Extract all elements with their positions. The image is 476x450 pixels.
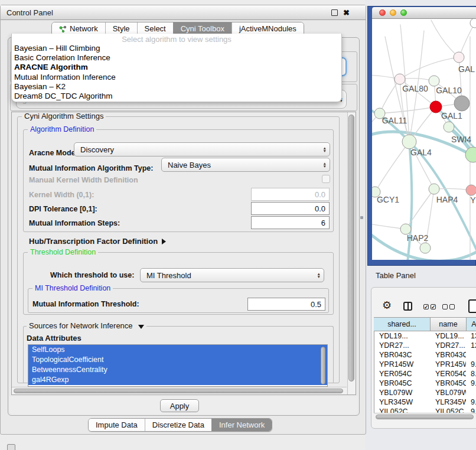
algorithm-option[interactable]: Basic Correlation Inference [12,53,341,63]
mi-threshold-field[interactable]: 0.5 [247,298,325,311]
document-icon[interactable] [468,299,476,313]
mac-minimize-button[interactable] [390,9,396,16]
network-graph: GALGAL80GAL10GAL1GAL11SWI4GAL4GCY1HAP4YH… [372,19,476,260]
algorithm-option[interactable]: Dream8 DC_TDC Algorithm [12,92,341,101]
mac-zoom-button[interactable] [400,9,407,16]
split-columns-icon[interactable] [403,302,412,311]
table-row[interactable]: YDR27...YDR27...12 [374,341,476,350]
network-edge[interactable] [380,79,400,113]
select-all-check-icon-2[interactable]: ✓ [431,304,436,309]
attributes-scrollbar-thumb[interactable] [321,347,325,384]
mac-close-button[interactable] [379,9,386,16]
mi-steps-field[interactable]: 6 [251,216,330,229]
hub-definition-section[interactable]: Hub/Transcription Factor Definition [29,236,166,246]
data-attributes-label: Data Attributes [27,334,81,343]
network-node-label: HAP2 [407,233,429,243]
data-attribute-item[interactable]: BetweennessCentrality [28,365,327,375]
table-row[interactable]: YER054CYER054C8. [374,369,476,379]
data-attributes-list[interactable]: SelfLoopsTopologicalCoefficientBetweenne… [28,344,328,387]
table-row[interactable]: YBR045CYBR045C9. [374,379,476,388]
network-node-hap4[interactable] [429,184,439,194]
panel-grip-icon[interactable] [7,444,15,450]
deselect-all-icon-2[interactable] [449,304,455,309]
manual-kernel-width-checkbox[interactable] [322,175,330,183]
float-window-icon[interactable] [331,9,338,16]
which-threshold-combo[interactable]: MI Threshold ▲▼ [140,268,324,282]
table-row[interactable]: YDL19...YDL19...13 [374,331,476,341]
dpi-tolerance-field[interactable]: 0.0 [251,202,330,215]
tab-impute-data[interactable]: Impute Data [89,419,145,431]
table-row[interactable]: YPR145WYPR145W9. [374,360,476,369]
table-cell: 8. [466,369,476,379]
stepper-icon: ▲▼ [317,273,321,278]
network-node[interactable] [420,243,431,253]
network-node-label: GAL11 [382,116,407,125]
table-cell: YBL079W [374,388,431,397]
algorithm-option[interactable]: ARACNE Algorithm [12,63,341,72]
table-row[interactable]: YBL079WYBL079W [374,388,476,397]
network-node-gal1[interactable] [430,101,442,113]
column-header-name[interactable]: name [431,317,467,331]
tab-label: Impute Data [96,419,138,432]
table-row[interactable]: YLR345WYLR345W9. [374,397,476,407]
network-edge[interactable] [459,23,475,57]
network-node-gal[interactable] [454,52,464,63]
select-all-check-icon[interactable]: ✓ [423,304,429,309]
sources-title-row[interactable]: Sources for Network Inference [27,322,146,330]
algorithm-option[interactable]: Mutual Information Inference [12,73,341,82]
column-header-a[interactable]: A [467,317,476,331]
network-node-swi4[interactable] [444,122,454,132]
aracne-mode-combo[interactable]: Discovery ▲▼ [74,142,330,156]
settings-vertical-scrollbar-thumb[interactable] [348,115,354,381]
table-row[interactable]: YIL052CYIL052C9 [374,407,476,413]
dpi-tolerance-label: DPI Tolerance [0,1]: [29,203,97,216]
network-edge[interactable] [406,189,434,229]
table-row[interactable]: YBR043CYBR043C [374,350,476,360]
settings-horizontal-scrollbar[interactable] [12,387,347,394]
table-cell: YER054C [431,369,466,379]
data-attribute-item[interactable]: gal4RGexp [28,375,327,385]
network-node-label: GAL1 [441,111,462,120]
table-cell: YIL052C [374,407,431,413]
aracne-mode-value: Discovery [80,143,114,156]
network-edge[interactable] [431,20,459,57]
table-cell: YIL052C [431,407,466,413]
network-node[interactable] [465,147,476,162]
deselect-all-icon[interactable] [442,304,448,309]
network-canvas[interactable]: GALGAL80GAL10GAL1GAL11SWI4GAL4GCY1HAP4YH… [372,19,476,260]
column-header-shared-[interactable]: shared... [374,317,431,331]
network-edge[interactable] [375,142,409,192]
algorithm-option[interactable]: Bayesian – K2 [12,82,341,92]
tab-discretize-data[interactable]: Discretize Data [145,419,211,431]
cyni-algorithm-settings-title: Cyni Algorithm Settings [22,112,106,120]
settings-horizontal-scrollbar-thumb[interactable] [14,389,343,393]
data-attribute-item[interactable]: TopologicalCoefficient [28,355,327,365]
apply-button[interactable]: Apply [160,399,199,412]
expand-arrow-icon[interactable] [162,239,166,244]
data-attribute-item[interactable]: SelfLoops [28,345,327,355]
network-window-titlebar[interactable] [372,7,476,19]
network-node-label: GAL80 [402,84,428,93]
network-node-gal10[interactable] [429,76,439,86]
table-settings-gear-icon[interactable]: ⚙ [382,300,392,311]
network-node-y[interactable] [466,185,476,195]
table-horizontal-scrollbar-thumb[interactable] [376,415,474,419]
control-panel-titlebar[interactable]: Control Panel ✖ [1,5,366,20]
network-node[interactable] [470,19,476,28]
collapse-arrow-icon[interactable] [138,325,144,329]
network-node-label: Y [470,195,476,205]
splitter-handle[interactable] [360,216,363,219]
close-icon[interactable]: ✖ [343,9,350,17]
table-horizontal-scrollbar[interactable] [374,413,476,420]
settings-vertical-scrollbar[interactable] [347,112,356,394]
network-node-gal4[interactable] [402,135,416,149]
tab-infer-network[interactable]: Infer Network [211,419,272,431]
network-node[interactable] [454,96,470,111]
mi-algorithm-type-combo[interactable]: Naive Bayes ▲▼ [161,158,330,172]
network-edge[interactable] [400,57,459,79]
which-threshold-label: Which threshold to use: [50,268,134,282]
algorithm-option[interactable]: Bayesian – Hill Climbing [12,44,341,53]
kernel-width-label: Kernel Width (0,1): [29,188,94,201]
kernel-width-field[interactable]: 0.0 [251,188,330,201]
network-node-gal80[interactable] [395,74,405,84]
